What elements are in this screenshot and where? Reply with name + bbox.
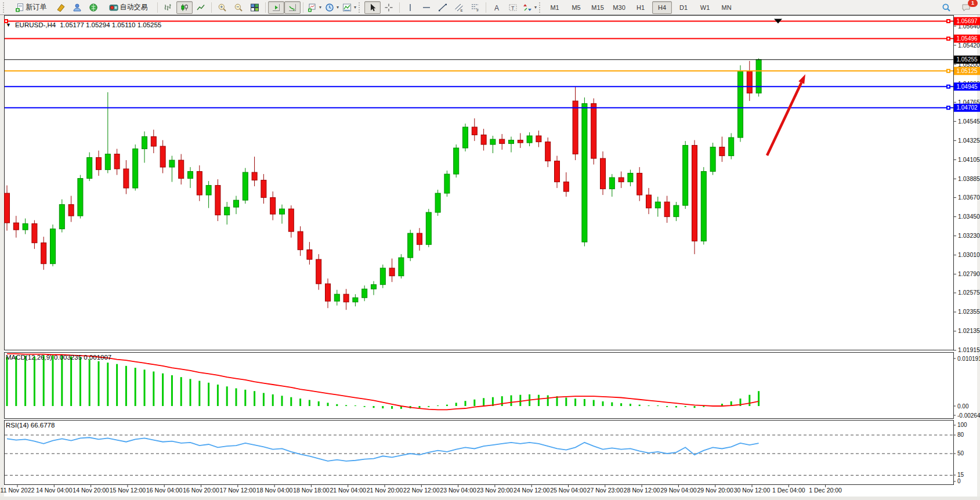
- line-chart-type-button[interactable]: [193, 1, 209, 14]
- svg-text:80: 80: [957, 432, 964, 438]
- profile-icon: [73, 3, 82, 12]
- candle: [343, 294, 349, 302]
- equidistant-channel-button[interactable]: E: [451, 1, 467, 14]
- text-tool-button[interactable]: A: [489, 1, 505, 14]
- metaeditor-icon: [56, 3, 66, 12]
- svg-text:0.00: 0.00: [957, 403, 969, 410]
- timeframe-H1[interactable]: H1: [631, 1, 650, 14]
- chart-shift-button[interactable]: [268, 1, 284, 14]
- signals-icon: [89, 3, 98, 12]
- chart-title[interactable]: ▼ EURUSD-,H4 1.05177 1.05294 1.05110 1.0…: [6, 21, 161, 28]
- fibonacci-button[interactable]: F: [467, 1, 483, 14]
- svg-text:1 Dec 20:00: 1 Dec 20:00: [809, 487, 842, 494]
- profile-button[interactable]: [69, 1, 85, 14]
- svg-text:1.03885: 1.03885: [958, 175, 980, 182]
- bar-chart-type-button[interactable]: [160, 1, 176, 14]
- svg-text:21 Nov 20:00: 21 Nov 20:00: [367, 487, 403, 494]
- arrows-tool-button[interactable]: ▾: [521, 1, 538, 14]
- auto-trading-button[interactable]: 自动交易: [102, 1, 155, 14]
- text-label-button[interactable]: T: [505, 1, 521, 14]
- candle: [243, 172, 248, 200]
- new-order-button[interactable]: 新订单: [9, 1, 53, 14]
- metaeditor-button[interactable]: [53, 1, 69, 14]
- text-label-icon: T: [508, 3, 518, 12]
- timeframe-W1[interactable]: W1: [695, 1, 715, 14]
- svg-text:0: 0: [957, 478, 961, 484]
- zoom-out-button[interactable]: [230, 1, 247, 14]
- svg-text:21 Nov 04:00: 21 Nov 04:00: [330, 487, 366, 494]
- candle: [68, 205, 74, 216]
- candle: [500, 139, 505, 144]
- candle: [23, 224, 28, 230]
- macd-panel[interactable]: [5, 353, 954, 419]
- tile-windows-button[interactable]: [247, 1, 263, 14]
- zoom-in-icon: [218, 3, 227, 12]
- timeframe-M1[interactable]: M1: [545, 1, 565, 14]
- candle: [225, 207, 230, 215]
- periods-button[interactable]: ▾: [323, 1, 341, 14]
- main-price-panel[interactable]: [5, 16, 954, 350]
- candle: [756, 60, 761, 93]
- timeframe-M15[interactable]: M15: [588, 1, 607, 14]
- candle: [389, 268, 395, 276]
- notifications-button[interactable]: 1: [958, 1, 974, 14]
- timeframe-D1[interactable]: D1: [674, 1, 693, 14]
- zoom-in-button[interactable]: [214, 1, 230, 14]
- candle: [655, 202, 660, 208]
- new-chart-button[interactable]: ▾: [306, 1, 323, 14]
- left-gutter: [0, 15, 4, 497]
- candle: [197, 172, 202, 195]
- candle: [426, 212, 431, 245]
- horizontal-line-button[interactable]: [418, 1, 435, 14]
- svg-text:29 Nov 04:00: 29 Nov 04:00: [660, 487, 697, 494]
- candle: [288, 209, 294, 231]
- candle: [32, 224, 37, 243]
- candle: [133, 149, 138, 189]
- chart-collapse-icon[interactable]: ▼: [6, 22, 11, 28]
- timeframe-M30[interactable]: M30: [609, 1, 629, 14]
- candle: [435, 193, 440, 212]
- indicators-button[interactable]: ▾: [341, 1, 358, 14]
- chart-canvas[interactable]: 1.056401.054201.052001.049801.047651.045…: [0, 0, 980, 500]
- candle: [160, 146, 165, 167]
- candle: [114, 154, 120, 169]
- notification-badge: 1: [968, 0, 978, 7]
- candle: [472, 127, 477, 135]
- search-button[interactable]: [938, 1, 954, 14]
- candle: [463, 127, 468, 148]
- vertical-line-button[interactable]: [402, 1, 418, 14]
- svg-text:1.04105: 1.04105: [958, 156, 980, 163]
- auto-scroll-button[interactable]: [284, 1, 301, 14]
- horizontal-line-icon: [422, 3, 431, 12]
- candle: [729, 137, 734, 156]
- candle: [573, 101, 578, 154]
- candle: [362, 289, 367, 298]
- svg-text:18 Nov 18:00: 18 Nov 18:00: [293, 487, 330, 494]
- auto-trading-icon: [109, 3, 118, 12]
- svg-text:18 Nov 04:00: 18 Nov 04:00: [256, 487, 293, 494]
- signals-button[interactable]: [85, 1, 102, 14]
- timeframe-H4[interactable]: H4: [652, 1, 672, 14]
- candle: [215, 186, 220, 215]
- macd-indicator-label: MACD(12,26,9) 0.003235 0.001007: [6, 354, 111, 361]
- candle: [5, 193, 10, 223]
- svg-text:1.02135: 1.02135: [958, 327, 980, 334]
- cursor-button[interactable]: [364, 1, 381, 14]
- timeframe-M5[interactable]: M5: [566, 1, 586, 14]
- candlestick-type-button[interactable]: [176, 1, 193, 14]
- candle: [628, 173, 633, 182]
- timeframe-MN[interactable]: MN: [717, 1, 736, 14]
- candlestick-icon: [180, 3, 189, 12]
- svg-text:1.03670: 1.03670: [958, 194, 980, 201]
- tile-windows-icon: [250, 3, 259, 12]
- candle: [674, 205, 679, 217]
- candle: [692, 146, 697, 241]
- toolbar: 新订单 自动交易: [0, 0, 980, 15]
- line-chart-icon: [196, 3, 205, 12]
- crosshair-icon: [384, 3, 393, 12]
- new-order-label: 新订单: [26, 2, 47, 12]
- crosshair-button[interactable]: [381, 1, 397, 14]
- toolbar-grip[interactable]: [3, 2, 6, 13]
- candle: [719, 147, 725, 156]
- trendline-button[interactable]: [435, 1, 451, 14]
